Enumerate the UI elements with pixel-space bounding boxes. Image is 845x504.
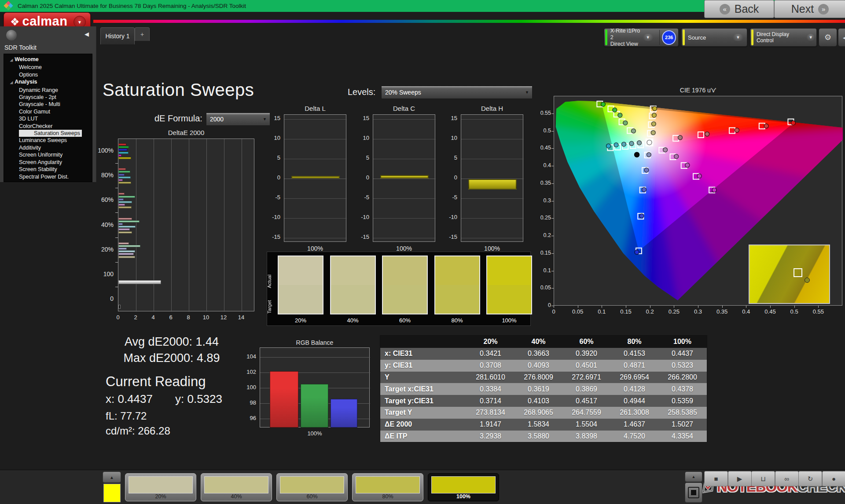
sidebar-item-analysis[interactable]: ◢Analysis: [4, 78, 92, 86]
deltae-bar: [118, 176, 131, 179]
levels-value: 20% Sweeps: [385, 89, 421, 96]
de-formula-select[interactable]: 2000 ▼: [206, 113, 270, 126]
cie-y-tick-label: 0.55: [534, 110, 551, 116]
swatch-actual: [435, 256, 479, 285]
sidebar-item-screen-stability[interactable]: Screen Stability: [4, 166, 92, 173]
transport-button-2[interactable]: ⊔: [751, 471, 775, 486]
sidebar-item-options[interactable]: Options: [4, 71, 92, 78]
table-cell: 3.5880: [514, 431, 562, 442]
rainbow-divider: [93, 20, 845, 23]
levels-dropdown-icon: ▼: [525, 90, 529, 95]
sidebar-collapse-icon[interactable]: ◀: [84, 31, 89, 37]
cie-zoom-inset: [749, 245, 830, 304]
cie-measured-marker-blue: [639, 214, 644, 218]
next-button[interactable]: Next»: [774, 0, 845, 18]
deltae-y-tick: [115, 188, 118, 188]
table-header-cell: 100%: [658, 336, 706, 348]
cie-x-tick-label: 0.45: [761, 308, 779, 315]
sidebar-item-screen-angularity[interactable]: Screen Angularity: [4, 159, 92, 166]
display-control-dropdown-icon[interactable]: ▼: [807, 34, 815, 41]
cie-x-tick-label: 0: [545, 308, 562, 315]
table-row-label: y: CIE31: [380, 360, 467, 372]
table-row: x: CIE310.34210.36630.39200.41530.4437: [380, 348, 707, 360]
add-tab-button[interactable]: +: [135, 27, 150, 41]
delta-gridline: [284, 198, 347, 199]
swatch-target: [435, 285, 479, 314]
transport-button-5[interactable]: ●: [822, 471, 845, 486]
table-cell: 0.3619: [514, 383, 562, 395]
patch-card-80%[interactable]: 80%: [352, 473, 423, 501]
sidebar-title: SDR Toolkit: [4, 44, 37, 51]
deltae-x-tick-label: 0: [111, 314, 125, 321]
deltae-gridline: [136, 139, 136, 312]
table-row-label: ΔE ITP: [380, 431, 467, 442]
tab-history-1[interactable]: History 1: [100, 27, 135, 44]
cie-measured-marker-cyan: [622, 142, 626, 146]
sidebar-item-dynamic-range[interactable]: Dynamic Range: [4, 87, 92, 94]
sidebar-item-grayscale-2pt[interactable]: Grayscale - 2pt: [4, 94, 92, 101]
sidebar-item-colorchecker[interactable]: ColorChecker: [4, 123, 92, 130]
deltae-bar: [118, 242, 129, 245]
delta-y-tick-label: 15: [357, 115, 369, 121]
deltae-y-tick: [115, 237, 118, 238]
rgb-y-tick-label: 104: [243, 353, 256, 360]
cie-measured-marker-red: [764, 124, 768, 128]
sidebar-item-grayscale-multi[interactable]: Grayscale - Multi: [4, 101, 92, 108]
sidebar-item-luminance-sweeps[interactable]: Luminance Sweeps: [4, 137, 92, 144]
target-row-label: Target: [267, 292, 273, 321]
settings-button[interactable]: ⚙: [819, 28, 837, 47]
panel-collapse-button[interactable]: ◀: [838, 28, 845, 47]
patch-card-40%[interactable]: 40%: [201, 473, 272, 501]
avg-de2000-value: Avg dE2000: 1.44: [106, 335, 238, 349]
cie-y-tick: [551, 148, 554, 149]
table-header-cell: 40%: [514, 336, 562, 348]
cie-whitepoint-measured-marker: [647, 140, 652, 145]
sidebar-item-color-gamut[interactable]: Color Gamut: [4, 108, 92, 115]
meter-selector-dropdown[interactable]: X-Rite i1Pro 2 Direct View ▼ 236: [604, 28, 679, 47]
sidebar-item-screen-uniformity[interactable]: Screen Uniformity: [4, 151, 92, 158]
table-cell: 0.4871: [610, 360, 658, 372]
sidebar-orb-icon[interactable]: [6, 30, 17, 40]
cie-measured-marker-cyan: [614, 143, 618, 147]
sidebar-item-additivity[interactable]: Additivity: [4, 144, 92, 151]
source-dropdown[interactable]: Source ▼: [681, 28, 747, 47]
swatch-label: 80%: [434, 317, 480, 324]
patch-card-20%[interactable]: 20%: [125, 473, 196, 501]
back-button[interactable]: «Back: [704, 0, 774, 18]
deltae-bar: [118, 223, 123, 225]
tree-expander-icon[interactable]: ◢: [10, 80, 13, 84]
meter-dropdown-icon[interactable]: ▼: [643, 34, 653, 41]
sidebar-item-welcome[interactable]: Welcome: [4, 64, 92, 71]
deltae-y-tick: [115, 262, 118, 263]
cie-y-tick: [551, 131, 554, 131]
levels-select[interactable]: 20% Sweeps ▼: [381, 86, 533, 99]
display-control-dropdown[interactable]: Direct Display Control ▼: [750, 28, 817, 47]
delta-y-tick-label: 10: [357, 135, 369, 141]
meter-up-button[interactable]: ▲: [685, 471, 702, 482]
patch-card-100%[interactable]: 100%: [428, 473, 499, 501]
source-dropdown-icon[interactable]: ▼: [733, 34, 743, 41]
transport-button-0[interactable]: ■: [704, 471, 728, 486]
transport-button-4[interactable]: ↻: [798, 471, 822, 486]
sidebar-item-welcome[interactable]: ◢Welcome: [4, 56, 92, 64]
delta-y-tick-label: -5: [445, 194, 457, 201]
cie-x-tick: [698, 306, 698, 308]
cie-x-tick: [818, 306, 819, 308]
table-cell: 0.3663: [514, 348, 562, 360]
patch-card-60%[interactable]: 60%: [276, 473, 348, 501]
sidebar-item-saturation-sweeps[interactable]: Saturation Sweeps: [4, 130, 92, 137]
table-cell: 3.8398: [562, 431, 610, 442]
deltae-x-tick-label: 10: [199, 314, 213, 321]
rgb-plot-area: [260, 347, 370, 427]
transport-button-1[interactable]: ▶: [728, 471, 752, 486]
rgb-y-tick-label: 100: [243, 384, 256, 391]
tab-history-1-label: History 1: [105, 33, 129, 40]
transport-button-3[interactable]: ∞: [775, 471, 799, 486]
cie-x-tick: [626, 306, 626, 308]
stop-measure-button[interactable]: [685, 482, 702, 503]
cie-y-tick-label: 0.2: [534, 232, 551, 238]
sidebar-item-3d-lut[interactable]: 3D LUT: [4, 115, 92, 122]
pattern-up-button[interactable]: ▲: [103, 471, 121, 483]
sidebar-item-spectral-power-dist[interactable]: Spectral Power Dist.: [4, 173, 92, 180]
tree-expander-icon[interactable]: ◢: [10, 58, 13, 62]
